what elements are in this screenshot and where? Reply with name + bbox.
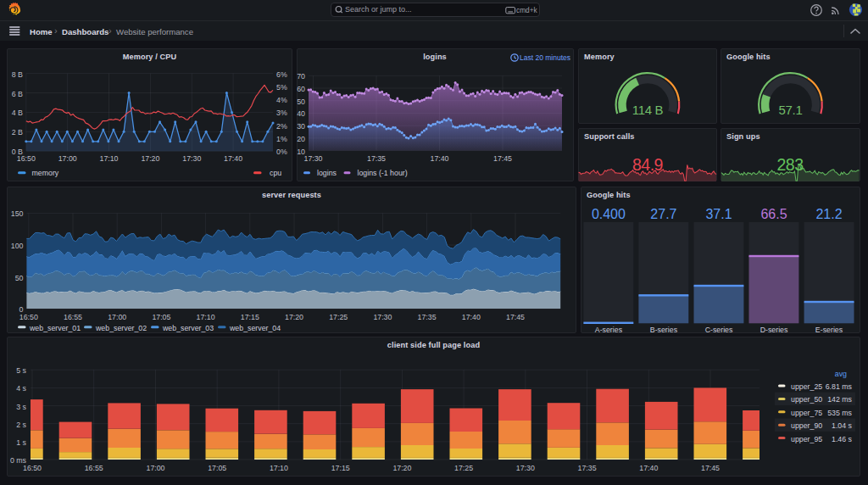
svg-text:B-series: B-series (650, 326, 678, 334)
svg-text:6 B: 6 B (12, 90, 23, 98)
svg-text:50: 50 (297, 98, 305, 106)
svg-text:17:45: 17:45 (701, 464, 720, 472)
svg-text:1.46 s: 1.46 s (832, 435, 853, 443)
svg-text:535 ms: 535 ms (827, 409, 852, 417)
svg-text:17:10: 17:10 (197, 313, 215, 321)
svg-text:27.7: 27.7 (650, 207, 676, 221)
svg-text:20: 20 (297, 135, 305, 143)
svg-text:17:00: 17:00 (108, 313, 126, 321)
svg-text:6%: 6% (276, 70, 287, 79)
svg-text:2 B: 2 B (12, 128, 23, 137)
svg-text:web_server_02: web_server_02 (95, 324, 147, 332)
svg-text:C-series: C-series (705, 326, 733, 334)
svg-text:50: 50 (15, 274, 24, 282)
svg-text:upper_95: upper_95 (791, 435, 822, 443)
svg-text:17:45: 17:45 (506, 313, 525, 321)
svg-text:upper_90: upper_90 (791, 421, 822, 430)
svg-text:17:30: 17:30 (373, 313, 392, 321)
svg-text:5 s: 5 s (16, 366, 26, 375)
svg-text:17:00: 17:00 (146, 464, 164, 472)
svg-text:6.81 ms: 6.81 ms (826, 382, 853, 391)
svg-text:17:05: 17:05 (152, 313, 170, 321)
svg-text:3%: 3% (276, 109, 287, 117)
svg-text:1 s: 1 s (16, 438, 26, 447)
svg-text:16:55: 16:55 (85, 464, 103, 472)
svg-text:web_server_04: web_server_04 (229, 324, 281, 332)
svg-text:5%: 5% (276, 83, 287, 92)
svg-text:17:40: 17:40 (224, 154, 242, 163)
svg-text:150: 150 (11, 209, 24, 218)
svg-text:17:35: 17:35 (367, 154, 386, 163)
svg-text:17:10: 17:10 (270, 464, 288, 472)
svg-text:17:35: 17:35 (418, 313, 437, 321)
svg-text:1.04 s: 1.04 s (832, 421, 853, 430)
svg-text:1%: 1% (276, 135, 287, 143)
svg-text:0%: 0% (276, 148, 287, 156)
svg-text:17:25: 17:25 (454, 464, 473, 472)
svg-text:4 s: 4 s (16, 384, 26, 393)
svg-text:cpu: cpu (270, 169, 281, 177)
svg-text:17:15: 17:15 (331, 464, 350, 472)
svg-text:memory: memory (32, 169, 59, 177)
svg-text:17:30: 17:30 (516, 464, 535, 472)
svg-text:upper_75: upper_75 (791, 409, 822, 417)
svg-text:60: 60 (297, 85, 305, 93)
svg-text:66.5: 66.5 (760, 207, 787, 221)
svg-text:web_server_03: web_server_03 (162, 324, 214, 332)
svg-text:A-series: A-series (595, 326, 623, 334)
svg-text:17:15: 17:15 (241, 313, 259, 321)
svg-text:16:50: 16:50 (19, 313, 38, 321)
svg-text:84.9: 84.9 (632, 155, 663, 174)
svg-text:web_server_01: web_server_01 (29, 324, 81, 332)
svg-text:37.1: 37.1 (705, 207, 732, 221)
svg-text:4 B: 4 B (12, 109, 23, 117)
svg-text:17:40: 17:40 (462, 313, 481, 321)
svg-text:17:25: 17:25 (329, 313, 348, 321)
svg-text:16:55: 16:55 (64, 313, 82, 321)
svg-text:114 B: 114 B (632, 103, 664, 117)
svg-text:17:10: 17:10 (99, 154, 118, 163)
svg-text:2%: 2% (276, 122, 287, 131)
svg-text:avg: avg (835, 370, 847, 378)
svg-text:3 s: 3 s (16, 403, 26, 411)
svg-text:17:00: 17:00 (58, 154, 77, 163)
svg-text:8 B: 8 B (12, 70, 23, 79)
svg-text:142 ms: 142 ms (827, 395, 852, 404)
svg-text:17:40: 17:40 (639, 464, 658, 472)
svg-text:0.400: 0.400 (592, 207, 626, 221)
svg-text:2 s: 2 s (16, 421, 26, 429)
svg-text:17:30: 17:30 (182, 154, 201, 163)
svg-text:17:20: 17:20 (392, 464, 411, 472)
svg-text:E-series: E-series (815, 326, 843, 334)
svg-text:17:45: 17:45 (493, 154, 512, 163)
svg-text:4%: 4% (276, 96, 287, 104)
svg-text:17:05: 17:05 (208, 464, 226, 472)
svg-text:17:40: 17:40 (430, 154, 448, 163)
svg-text:30: 30 (297, 122, 305, 131)
svg-text:logins: logins (317, 169, 337, 177)
svg-text:D-series: D-series (760, 326, 788, 334)
svg-text:283: 283 (776, 155, 803, 174)
svg-text:upper_25: upper_25 (791, 382, 822, 391)
svg-text:17:20: 17:20 (285, 313, 303, 321)
svg-text:57.1: 57.1 (779, 103, 803, 117)
svg-text:17:20: 17:20 (141, 154, 159, 163)
svg-text:40: 40 (297, 109, 305, 118)
svg-text:upper_50: upper_50 (791, 395, 822, 404)
svg-text:70: 70 (297, 72, 305, 81)
svg-text:logins (-1 hour): logins (-1 hour) (358, 169, 408, 177)
svg-text:17:30: 17:30 (303, 154, 322, 163)
svg-text:100: 100 (11, 242, 24, 250)
svg-text:17:35: 17:35 (578, 464, 597, 472)
svg-text:16:50: 16:50 (23, 464, 42, 472)
svg-text:21.2: 21.2 (815, 207, 842, 221)
svg-text:16:50: 16:50 (17, 154, 36, 163)
